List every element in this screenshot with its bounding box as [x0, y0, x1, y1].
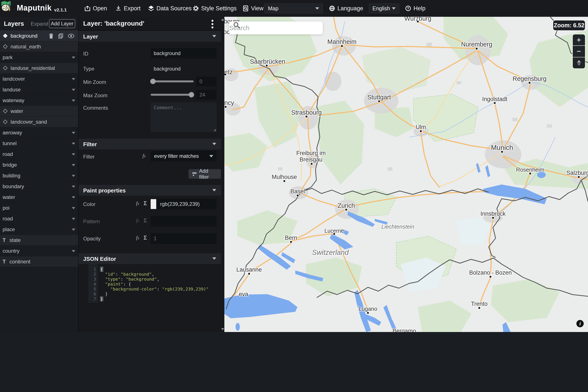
layer-row-background[interactable]: background [0, 30, 78, 41]
zoom-out-button[interactable]: − [573, 45, 585, 57]
layer-row-natural_earth[interactable]: natural_earth [0, 41, 78, 52]
filter-combinator-select[interactable]: every filter matches [151, 151, 217, 162]
eye-icon[interactable] [68, 34, 74, 38]
opacity-label: Opacity [83, 236, 101, 242]
copy-icon[interactable] [58, 33, 64, 39]
section-header-json[interactable]: JSON Editor [78, 253, 221, 264]
color-swatch[interactable] [151, 199, 156, 209]
layer-label: water [10, 108, 23, 114]
layer-row-landcover_sand[interactable]: landcover_sand [0, 116, 78, 127]
kebab-menu-icon[interactable] [209, 20, 216, 28]
layer-row-place[interactable]: place [0, 224, 78, 235]
fx-icon[interactable]: fx [136, 218, 139, 224]
map-canvas[interactable]: bourgocWürzburgMannheimNurembergSaarbrüc… [224, 17, 588, 332]
add-filter-button[interactable]: Add filter [189, 169, 221, 179]
layer-row-road[interactable]: road [0, 149, 78, 160]
map-search-box[interactable] [229, 22, 323, 34]
view-menu-button[interactable]: View [243, 0, 264, 17]
export-menu-button[interactable]: Export [115, 0, 141, 17]
max-zoom-slider[interactable] [151, 94, 194, 96]
expand-button[interactable]: Expand [31, 21, 48, 27]
section-header-paint[interactable]: Paint properties [78, 185, 221, 196]
id-input[interactable] [151, 48, 217, 58]
scroll-down-icon[interactable] [221, 328, 224, 330]
pattern-input[interactable] [151, 216, 217, 227]
help-label: Help [413, 5, 426, 12]
layer-row-boundary[interactable]: boundary [0, 181, 78, 192]
layer-row-waterway[interactable]: waterway [0, 95, 78, 106]
chevron-down-icon [212, 143, 216, 145]
comments-textarea[interactable] [151, 102, 217, 132]
layer-row-tunnel[interactable]: tunnel [0, 138, 78, 149]
scroll-up-icon[interactable] [221, 18, 224, 21]
json-code-line: 7} [78, 296, 221, 301]
section-header-layer[interactable]: Layer [78, 31, 221, 42]
language-menu-button[interactable]: Language [329, 0, 363, 17]
layer-row-building[interactable]: building [0, 170, 78, 181]
opacity-input[interactable]: 1 [151, 233, 217, 244]
sigma-icon[interactable]: Σ [144, 217, 147, 224]
open-menu-button[interactable]: Open [84, 0, 107, 17]
layer-label: country [2, 248, 19, 254]
bearing-reset-button[interactable] [573, 57, 585, 68]
language-select[interactable]: English [369, 4, 399, 13]
min-zoom-value[interactable]: 0 [196, 76, 217, 86]
layer-row-continent[interactable]: Tcontinent [0, 256, 78, 267]
sigma-icon[interactable]: Σ [144, 234, 147, 241]
json-code-line: 5 "background-color": "rgb(239,239,239)" [78, 286, 221, 291]
section-header-filter[interactable]: Filter [78, 139, 221, 150]
zoom-in-button[interactable]: + [573, 34, 585, 45]
fx-icon[interactable]: fx [136, 235, 139, 240]
chevron-down-icon [72, 153, 75, 156]
max-zoom-value[interactable]: 24 [196, 90, 217, 100]
layer-row-state[interactable]: Tstate [0, 235, 78, 246]
json-editor-code[interactable]: 1{2 "id": "background",3 "type": "backgr… [78, 264, 221, 303]
section-paint-label: Paint properties [83, 187, 126, 194]
json-code-line: 4 "paint": { [78, 282, 221, 286]
trash-icon[interactable] [48, 33, 54, 39]
bottom-filler [0, 332, 588, 392]
type-label: Type [83, 66, 94, 72]
globe-icon [329, 5, 335, 12]
chevron-down-icon [72, 250, 75, 252]
add-layer-button[interactable]: Add Layer [49, 19, 75, 28]
pattern-label: Pattern [83, 218, 100, 224]
layer-label: waterway [2, 98, 24, 104]
diamond-icon [3, 44, 7, 49]
data-sources-menu-button[interactable]: Data Sources [148, 0, 192, 17]
fx-icon[interactable]: fx [136, 200, 139, 206]
layer-label: continent [9, 259, 30, 265]
layer-row-road[interactable]: road [0, 213, 78, 224]
editor-scrollbar[interactable] [221, 17, 224, 332]
layer-row-water[interactable]: water [0, 106, 78, 116]
layer-row-landuse[interactable]: landuse [0, 84, 78, 95]
text-layer-icon: T [2, 259, 9, 265]
min-zoom-slider[interactable] [151, 80, 194, 82]
layer-row-aeroway[interactable]: aeroway [0, 127, 78, 138]
layer-row-water[interactable]: water [0, 192, 78, 202]
layer-row-poi[interactable]: poi [0, 202, 78, 213]
layers-sidebar-header: Layers Expand Add Layer [0, 17, 78, 30]
help-menu-button[interactable]: ? Help [405, 0, 426, 17]
view-select[interactable]: Map [264, 4, 323, 13]
filter-label: Filter [83, 154, 95, 160]
app-title: Maputnik [17, 4, 51, 12]
layer-label: landcover [2, 76, 25, 82]
layer-row-landcover[interactable]: landcover [0, 74, 78, 84]
min-zoom-slider-thumb[interactable] [150, 79, 156, 84]
layer-row-landuse_residential[interactable]: landuse_residential [0, 63, 78, 74]
sort-arrows-icon [577, 60, 581, 66]
layer-row-park[interactable]: park [0, 52, 78, 63]
chevron-down-icon [72, 142, 75, 145]
style-settings-menu-button[interactable]: Style Settings [193, 0, 237, 17]
layer-row-country[interactable]: country [0, 246, 78, 256]
sigma-icon[interactable]: Σ [144, 200, 147, 207]
color-input[interactable]: rgb(239,239,239) [151, 199, 217, 210]
layer-row-bridge[interactable]: bridge [0, 160, 78, 170]
max-zoom-slider-thumb[interactable] [189, 92, 194, 98]
attribution-info-button[interactable]: i [577, 320, 584, 327]
section-filter-label: Filter [83, 141, 97, 148]
fx-icon[interactable]: fx [142, 153, 146, 159]
chevron-down-icon [72, 56, 75, 59]
map-zoom-controls: + − [573, 34, 585, 68]
